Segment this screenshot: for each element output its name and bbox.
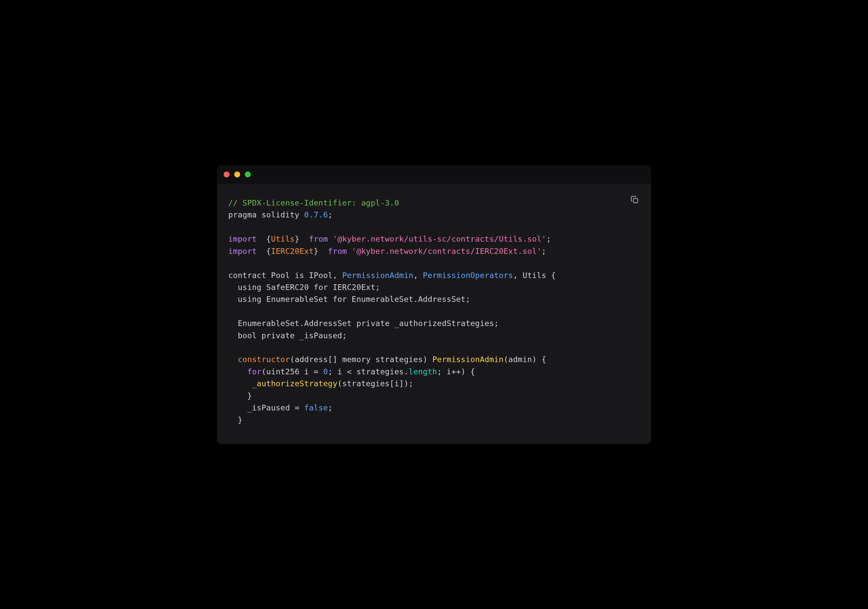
- code-token: bool: [228, 331, 261, 340]
- code-line: [228, 257, 640, 269]
- code-token: PermissionOperators: [423, 271, 513, 280]
- code-token: _isPaused;: [295, 331, 347, 340]
- code-token: memory: [342, 355, 370, 364]
- code-token: (admin) {: [504, 355, 546, 364]
- code-token: is: [295, 271, 304, 280]
- copy-icon: [630, 195, 639, 206]
- code-line: using SafeERC20 for IERC20Ext;: [228, 281, 640, 293]
- code-token: ,: [414, 271, 423, 280]
- code-token: for: [247, 367, 261, 376]
- code-line: _isPaused = false;: [228, 402, 640, 414]
- code-token: ;: [541, 247, 546, 256]
- code-token: pragma solidity: [228, 210, 304, 219]
- code-token: for: [314, 283, 328, 292]
- code-line: using EnumerableSet for EnumerableSet.Ad…: [228, 293, 640, 305]
- code-token: uint256: [266, 367, 299, 376]
- code-token: EnumerableSet.AddressSet: [228, 319, 356, 328]
- code-token: ++: [451, 367, 461, 376]
- code-token: // SPDX-License-Identifier: agpl-3.0: [228, 198, 399, 208]
- code-token: [228, 355, 238, 364]
- code-token: i: [299, 367, 314, 376]
- code-token: length: [409, 367, 437, 376]
- code-token: ;: [328, 403, 332, 412]
- code-token: false: [304, 403, 328, 412]
- code-window: // SPDX-License-Identifier: agpl-3.0prag…: [217, 165, 651, 444]
- code-token: _authorizedStrategies;: [390, 319, 499, 328]
- code-token: strategies.: [352, 367, 409, 376]
- code-token: 0.7.6: [304, 210, 328, 219]
- code-token: EnumerableSet.AddressSet;: [347, 295, 470, 304]
- code-token: _authorizeStrategy: [252, 379, 337, 388]
- code-token: ;: [328, 210, 332, 219]
- code-token: address: [295, 355, 328, 364]
- code-token: '@kyber.network/utils-sc/contracts/Utils…: [333, 235, 547, 244]
- titlebar: [217, 165, 651, 184]
- code-token: strategies): [370, 355, 432, 364]
- code-token: contract: [228, 271, 266, 280]
- code-line: [228, 306, 640, 317]
- code-token: IPool,: [304, 271, 343, 280]
- code-line: for(uint256 i = 0; i < strategies.length…: [228, 366, 640, 378]
- code-token: Pool: [266, 271, 295, 280]
- code-token: =: [314, 367, 318, 376]
- code-token: [228, 379, 252, 388]
- code-token: }: [228, 391, 252, 401]
- code-token: PermissionAdmin: [342, 271, 413, 280]
- code-token: {: [257, 235, 271, 244]
- code-token: []: [328, 355, 342, 364]
- code-token: (strategies[i]);: [337, 379, 414, 388]
- code-token: (: [290, 355, 295, 364]
- code-token: '@kyber.network/contracts/IERC20Ext.sol': [352, 247, 541, 256]
- code-token: import: [228, 235, 257, 244]
- code-token: <: [347, 367, 352, 376]
- code-token: constructor: [238, 355, 290, 364]
- code-token: 0: [323, 367, 328, 376]
- code-line: [228, 221, 640, 233]
- svg-rect-0: [634, 199, 638, 203]
- copy-button[interactable]: [629, 195, 640, 206]
- code-token: (: [261, 367, 266, 376]
- code-token: =: [295, 403, 299, 412]
- code-token: ; i: [328, 367, 347, 376]
- code-token: private: [356, 319, 389, 328]
- code-token: from: [309, 235, 328, 244]
- code-token: }: [228, 415, 242, 425]
- code-token: [347, 247, 352, 256]
- close-window-button[interactable]: [224, 171, 229, 177]
- code-line: }: [228, 390, 640, 402]
- code-token: import: [228, 247, 257, 256]
- code-token: [299, 403, 304, 412]
- code-line: EnumerableSet.AddressSet private _author…: [228, 317, 640, 329]
- code-token: ; i: [437, 367, 451, 376]
- code-token: [328, 235, 332, 244]
- code-token: using SafeERC20: [228, 283, 314, 292]
- code-token: {: [257, 247, 271, 256]
- code-line: }: [228, 414, 640, 426]
- code-token: ) {: [461, 367, 475, 376]
- code-line: bool private _isPaused;: [228, 330, 640, 342]
- code-token: Utils: [271, 235, 295, 244]
- code-line: import {IERC20Ext} from '@kyber.network/…: [228, 245, 640, 257]
- code-token: }: [314, 247, 328, 256]
- code-token: _isPaused: [228, 403, 295, 412]
- code-line: _authorizeStrategy(strategies[i]);: [228, 378, 640, 390]
- zoom-window-button[interactable]: [245, 171, 251, 177]
- minimize-window-button[interactable]: [234, 171, 240, 177]
- code-line: pragma solidity 0.7.6;: [228, 209, 640, 221]
- code-token: private: [261, 331, 294, 340]
- code-token: [319, 367, 323, 376]
- code-line: // SPDX-License-Identifier: agpl-3.0: [228, 197, 640, 209]
- code-token: for: [333, 295, 347, 304]
- code-block: // SPDX-License-Identifier: agpl-3.0prag…: [228, 197, 640, 426]
- code-area: // SPDX-License-Identifier: agpl-3.0prag…: [217, 184, 651, 444]
- code-token: using EnumerableSet: [228, 295, 333, 304]
- code-line: contract Pool is IPool, PermissionAdmin,…: [228, 269, 640, 281]
- code-token: from: [328, 247, 347, 256]
- code-line: import {Utils} from '@kyber.network/util…: [228, 233, 640, 245]
- code-token: ;: [546, 235, 551, 244]
- code-line: constructor(address[] memory strategies)…: [228, 353, 640, 365]
- code-token: IERC20Ext: [271, 247, 314, 256]
- code-token: }: [295, 235, 309, 244]
- code-token: PermissionAdmin: [432, 355, 504, 364]
- code-line: [228, 342, 640, 353]
